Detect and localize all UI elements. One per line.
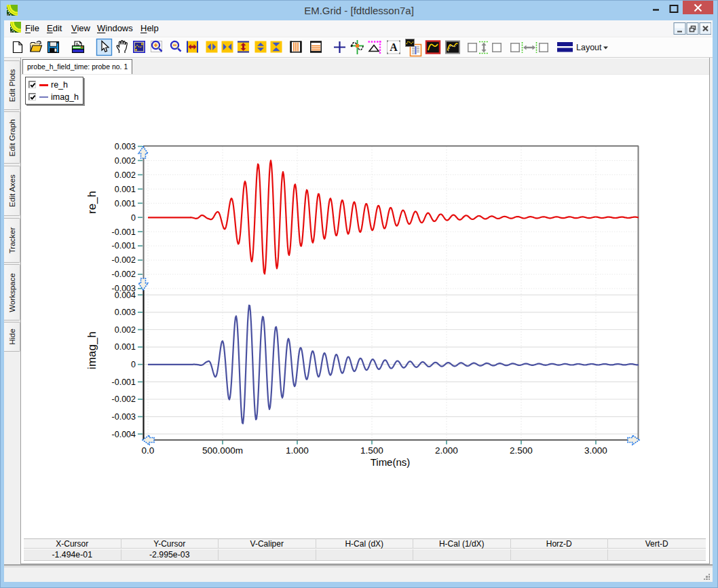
svg-text:-0.002: -0.002	[112, 270, 136, 279]
svg-text:-0.002: -0.002	[112, 255, 136, 265]
svg-text:-0.001: -0.001	[112, 241, 136, 251]
svg-text:0.001: 0.001	[115, 199, 136, 208]
svg-text:2.000: 2.000	[435, 445, 458, 456]
svg-text:0.002: 0.002	[115, 156, 136, 166]
svg-text:0: 0	[131, 360, 136, 369]
svg-text:0.0: 0.0	[142, 445, 155, 456]
svg-text:1.500: 1.500	[360, 445, 383, 456]
svg-text:3.000: 3.000	[584, 445, 607, 456]
svg-text:Layout: Layout	[576, 43, 602, 52]
svg-text:0: 0	[131, 213, 136, 223]
svg-text:0.001: 0.001	[115, 342, 136, 352]
svg-text:0.003: 0.003	[115, 308, 136, 317]
svg-text:-0.001: -0.001	[112, 378, 136, 387]
svg-text:-0.003: -0.003	[112, 412, 136, 422]
svg-text:imag_h: imag_h	[86, 331, 98, 369]
svg-text:Time(ns): Time(ns)	[371, 456, 411, 468]
svg-text:1.000: 1.000	[286, 445, 309, 456]
svg-text:-0.001: -0.001	[112, 227, 136, 237]
svg-text:0.001: 0.001	[115, 185, 136, 194]
svg-text:0.002: 0.002	[115, 170, 136, 180]
svg-text:A: A	[390, 41, 398, 53]
svg-text:-0.002: -0.002	[112, 394, 136, 404]
svg-text:0.003: 0.003	[115, 142, 136, 151]
svg-text:500.000m: 500.000m	[202, 445, 243, 456]
svg-text:2.500: 2.500	[510, 445, 533, 456]
svg-text:0.004: 0.004	[115, 291, 136, 300]
svg-text:-0.004: -0.004	[112, 430, 136, 439]
svg-text:re_h: re_h	[86, 191, 98, 214]
svg-text:0.002: 0.002	[115, 325, 136, 335]
